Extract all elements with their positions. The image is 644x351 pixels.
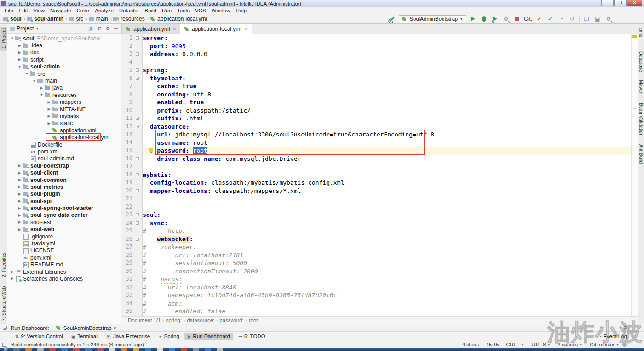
chevron-collapsed-icon[interactable]: ▶ bbox=[17, 51, 23, 55]
fold-marker-icon[interactable] bbox=[136, 157, 139, 160]
fold-marker-icon[interactable] bbox=[136, 221, 139, 225]
chevron-collapsed-icon[interactable]: ▶ bbox=[17, 57, 23, 62]
chevron-collapsed-icon[interactable]: ▶ bbox=[9, 270, 15, 274]
menu-item-tools[interactable]: Tools bbox=[174, 8, 192, 13]
build-project-button[interactable] bbox=[388, 15, 396, 23]
start-button[interactable] bbox=[4, 347, 8, 351]
menu-item-navigate[interactable]: Navigate bbox=[47, 8, 74, 13]
rollback-button[interactable]: ↺ bbox=[568, 15, 576, 23]
tree-row[interactable]: ▶soul-spi bbox=[7, 198, 121, 204]
taskbar-icon-2[interactable] bbox=[37, 348, 44, 351]
toolwindow-button-Spring[interactable]: ❧Spring bbox=[155, 333, 183, 340]
taskbar-icon-3[interactable] bbox=[49, 348, 56, 351]
project-panel-title[interactable]: Project bbox=[17, 25, 34, 32]
code-line-26[interactable]: websocket: bbox=[143, 235, 631, 243]
chevron-collapsed-icon[interactable]: ▶ bbox=[17, 227, 23, 232]
editor-breadcrumb-item[interactable]: Document 1/1 bbox=[128, 317, 161, 323]
code-line-9[interactable]: enabled: true bbox=[143, 98, 631, 107]
status-widget-Git: master[interactable]: Git: master▼ bbox=[590, 342, 619, 347]
breadcrumb-item-resources[interactable]: resources bbox=[113, 16, 145, 22]
status-widget-4 chars[interactable]: 4 chars bbox=[462, 342, 479, 347]
code-line-1[interactable]: server: bbox=[143, 34, 631, 42]
close-icon[interactable]: ✕ bbox=[244, 27, 248, 31]
code-line-16[interactable]: driver-class-name: com.mysql.jdbc.Driver bbox=[143, 155, 631, 163]
code-line-32[interactable]: # url: localhost:8848 bbox=[143, 283, 631, 292]
console-button[interactable]: ▤ bbox=[593, 15, 602, 23]
menu-item-code[interactable]: Code bbox=[74, 8, 92, 13]
chevron-expanded-icon[interactable]: ▼ bbox=[9, 36, 15, 40]
code-line-33[interactable]: # namespace: 1c10d748-af86-43b9-8265-75f… bbox=[143, 291, 631, 300]
code-line-25[interactable]: # http: bbox=[143, 227, 631, 235]
search-everywhere-button[interactable] bbox=[604, 15, 613, 23]
tree-row[interactable]: ▶META-INF bbox=[7, 106, 121, 113]
menu-item-file[interactable]: File bbox=[2, 8, 16, 13]
fold-marker-icon[interactable] bbox=[136, 125, 139, 128]
tree-row[interactable]: mpom.xml bbox=[7, 254, 121, 261]
tree-row[interactable]: ▼main bbox=[7, 77, 121, 84]
code-line-15[interactable]: password: root bbox=[143, 147, 631, 155]
chevron-collapsed-icon[interactable]: ▶ bbox=[46, 121, 52, 125]
tree-row[interactable]: .gitignore bbox=[7, 233, 121, 240]
tree-row[interactable]: ▼soulE:\Demo_space\Soul\soul bbox=[7, 35, 121, 42]
taskbar-icon-12[interactable] bbox=[157, 348, 163, 351]
code-line-13[interactable]: url: jdbc:mysql://localhost:3306/soul?us… bbox=[143, 130, 631, 139]
chevron-collapsed-icon[interactable]: ▶ bbox=[9, 277, 15, 281]
editor-breadcrumb-item[interactable]: root bbox=[249, 317, 258, 323]
tree-row[interactable]: Dockerfile bbox=[7, 141, 121, 148]
status-widget-CRLF[interactable]: CRLF▼ bbox=[506, 342, 524, 347]
taskbar-icon-16[interactable] bbox=[205, 348, 211, 351]
tool-stripe-1: Project[interactable]: 1: Project bbox=[0, 27, 7, 51]
breadcrumb-item-soul-admin[interactable]: soul-admin bbox=[27, 16, 63, 22]
editor-scrollbar[interactable] bbox=[631, 34, 638, 316]
code-line-23[interactable]: soul: bbox=[143, 211, 631, 219]
code-line-8[interactable]: encoding: utf-8 bbox=[143, 91, 631, 99]
chevron-collapsed-icon[interactable]: ▶ bbox=[17, 220, 23, 224]
code-line-24[interactable]: sync: bbox=[143, 219, 631, 227]
toolwindow-button-Terminal[interactable]: ▣Terminal bbox=[68, 333, 101, 340]
chevron-collapsed-icon[interactable]: ▶ bbox=[17, 206, 23, 210]
taskbar-icon-15[interactable] bbox=[193, 348, 199, 351]
taskbar-icon-0[interactable] bbox=[13, 348, 20, 351]
maximize-button[interactable]: ❐ bbox=[614, 0, 627, 6]
taskbar-icon-17[interactable] bbox=[217, 348, 223, 351]
tool-stripe-pins[interactable]: pins bbox=[638, 27, 644, 39]
taskbar-icon-9[interactable] bbox=[121, 348, 127, 351]
run-dashboard-tab[interactable]: SoulAdminBootstrap ✕ bbox=[53, 325, 120, 331]
hide-panel-button[interactable]: ─ bbox=[114, 26, 118, 32]
status-widget-15:15[interactable]: 15:15 bbox=[486, 342, 499, 347]
code-line-7[interactable]: cache: true bbox=[143, 82, 631, 91]
taskbar-icon-8[interactable] bbox=[109, 348, 115, 351]
fold-marker-icon[interactable] bbox=[136, 189, 139, 192]
close-icon[interactable]: ✕ bbox=[172, 27, 176, 31]
toolwindow-toggle-icon[interactable] bbox=[2, 343, 6, 347]
code-line-35[interactable]: # enabled: false bbox=[143, 307, 631, 316]
tree-row[interactable]: ▶Scratches and Consoles bbox=[7, 275, 121, 282]
debug-button[interactable] bbox=[480, 15, 488, 23]
code-line-19[interactable]: config-location: classpath:/mybatis/myba… bbox=[143, 179, 631, 187]
editor-tab-application-local.yml[interactable]: application-local.yml✕ bbox=[180, 24, 252, 34]
fold-marker-icon[interactable] bbox=[136, 68, 139, 72]
tool-stripe-Maven[interactable]: Maven bbox=[638, 78, 644, 96]
chevron-collapsed-icon[interactable]: ▶ bbox=[39, 86, 45, 90]
chevron-collapsed-icon[interactable]: ▶ bbox=[17, 199, 23, 203]
tree-row[interactable]: ▶doc bbox=[7, 49, 121, 56]
code-line-28[interactable]: # url: localhost:2181 bbox=[143, 251, 631, 260]
tree-row[interactable]: ▶External Libraries bbox=[7, 268, 121, 275]
taskbar-icon-5[interactable] bbox=[73, 348, 80, 351]
menu-item-vcs[interactable]: VCS bbox=[192, 8, 209, 13]
tree-row[interactable]: ▼resources bbox=[7, 91, 121, 98]
chevron-expanded-icon[interactable]: ▼ bbox=[39, 93, 45, 97]
menu-item-analyze[interactable]: Analyze bbox=[92, 8, 116, 13]
menu-item-refactor[interactable]: Refactor bbox=[116, 8, 142, 13]
tree-row[interactable]: ▶script bbox=[7, 56, 121, 63]
code-line-34[interactable]: # acm: bbox=[143, 300, 631, 308]
fold-marker-icon[interactable] bbox=[136, 117, 139, 120]
intention-bulb-icon[interactable] bbox=[149, 148, 153, 152]
tool-stripe-2: Favorites[interactable]: 2: Favorites bbox=[0, 250, 7, 279]
history-button[interactable]: ◔ bbox=[557, 15, 565, 23]
tree-row[interactable]: soul-admin.md bbox=[7, 155, 121, 162]
taskbar-icon-6[interactable] bbox=[85, 348, 92, 351]
tree-row[interactable]: LICENSE bbox=[7, 247, 121, 254]
breadcrumb-item-soul[interactable]: soul bbox=[3, 16, 22, 22]
taskbar-icon-11[interactable] bbox=[145, 348, 151, 351]
